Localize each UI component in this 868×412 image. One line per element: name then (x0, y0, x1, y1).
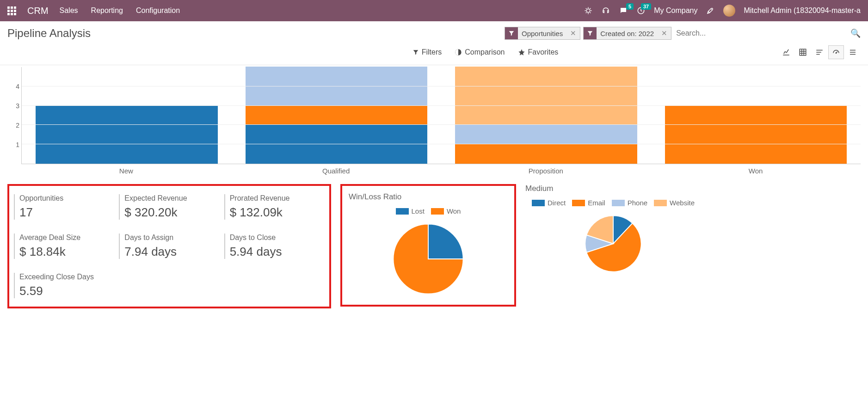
legend-label: Website (670, 199, 695, 207)
messages-icon[interactable]: 5 (619, 6, 628, 15)
bar-segment (36, 105, 218, 164)
stat-value: $ 18.84k (19, 245, 114, 259)
stat-cell: Exceeding Close Days5.59 (14, 273, 114, 298)
legend-item[interactable]: Direct (532, 199, 566, 207)
stat-value: 5.59 (19, 284, 114, 298)
stat-value: 7.94 days (124, 245, 219, 259)
stat-cell: Days to Close5.94 days (224, 234, 325, 259)
control-panel: Pipeline Analysis Opportunities ✕ Create… (0, 21, 868, 65)
legend-label: Direct (548, 199, 566, 207)
legend-swatch (654, 200, 667, 206)
legend-label: Phone (628, 199, 647, 207)
funnel-icon (584, 27, 597, 39)
stat-value: 5.94 days (230, 245, 325, 259)
activities-badge: 37 (641, 3, 651, 10)
bar-segment (455, 125, 637, 144)
legend-item[interactable]: Website (654, 199, 695, 207)
y-tick: 3 (16, 102, 19, 110)
user-name[interactable]: Mitchell Admin (18320094-master-a (744, 6, 861, 15)
bar-column[interactable] (232, 67, 442, 164)
bar-segment (455, 67, 637, 125)
winloss-title: Win/Loss Ratio (349, 192, 508, 202)
menu-reporting[interactable]: Reporting (91, 6, 123, 15)
x-label: Qualified (231, 164, 441, 175)
stat-label: Days to Close (230, 234, 325, 242)
legend-label: Lost (412, 207, 425, 215)
y-tick: 1 (16, 141, 19, 148)
company-name[interactable]: My Company (654, 6, 697, 15)
menu-configuration[interactable]: Configuration (136, 6, 180, 15)
y-tick: 4 (16, 83, 19, 90)
stat-cell: Prorated Revenue$ 132.09k (224, 194, 325, 220)
filter-buttons: Filters Comparison Favorites (412, 48, 559, 56)
messages-badge: 5 (626, 3, 634, 10)
favorites-label: Favorites (528, 48, 559, 56)
main-content: 1234 NewQualifiedPropositionWon Opportun… (0, 65, 868, 313)
bar-column[interactable] (22, 67, 232, 164)
legend-item[interactable]: Lost (396, 207, 425, 215)
brand[interactable]: CRM (27, 6, 49, 16)
favorites-button[interactable]: Favorites (518, 48, 559, 56)
bar-column[interactable] (651, 67, 861, 164)
svg-rect-3 (800, 49, 806, 55)
filters-label: Filters (422, 48, 442, 56)
funnel-icon (505, 27, 518, 39)
search-icon[interactable]: 🔍 (850, 28, 861, 38)
view-cohort[interactable] (812, 45, 827, 59)
legend-item[interactable]: Won (431, 207, 461, 215)
stat-label: Exceeding Close Days (19, 273, 114, 281)
view-pivot[interactable] (795, 45, 811, 59)
svg-point-4 (836, 53, 837, 54)
filter-chip-created: Created on: 2022 ✕ (583, 27, 671, 40)
winloss-box: Win/Loss Ratio LostWon (340, 184, 516, 307)
legend-item[interactable]: Email (572, 199, 605, 207)
winloss-pie (389, 220, 468, 298)
legend-swatch (431, 208, 444, 215)
chip-close[interactable]: ✕ (658, 27, 671, 39)
medium-pie (581, 211, 646, 276)
stat-cell: Expected Revenue$ 320.20k (119, 194, 219, 220)
search-input[interactable] (674, 27, 848, 39)
bar-chart: 1234 NewQualifiedPropositionWon (0, 65, 868, 179)
stat-cell: Average Deal Size$ 18.84k (14, 234, 114, 259)
medium-title: Medium (525, 184, 701, 193)
stats-box: Opportunities17Expected Revenue$ 320.20k… (7, 184, 331, 308)
chip-label: Created on: 2022 (597, 27, 658, 39)
view-dashboard[interactable] (828, 45, 844, 59)
apps-icon[interactable] (7, 6, 16, 15)
svg-point-0 (586, 9, 590, 12)
x-label: New (21, 164, 231, 175)
chip-label: Opportunities (518, 27, 566, 39)
pie-slice[interactable] (428, 224, 463, 259)
view-list[interactable] (845, 45, 861, 59)
bar-segment (665, 105, 847, 164)
filters-button[interactable]: Filters (412, 48, 442, 56)
legend-swatch (612, 200, 625, 206)
stat-value: 17 (19, 205, 114, 220)
view-graph[interactable] (778, 45, 794, 59)
top-nav: CRM Sales Reporting Configuration 5 37 M… (0, 0, 868, 21)
y-tick: 2 (16, 122, 19, 129)
stat-value: $ 132.09k (230, 205, 325, 220)
bar-segment (455, 144, 637, 164)
tools-icon[interactable] (706, 6, 715, 15)
comparison-label: Comparison (465, 48, 505, 56)
stat-cell: Opportunities17 (14, 194, 114, 220)
avatar[interactable] (723, 5, 735, 17)
search-area: Opportunities ✕ Created on: 2022 ✕ 🔍 (505, 27, 861, 40)
legend-item[interactable]: Phone (612, 199, 647, 207)
filter-chip-opportunities: Opportunities ✕ (505, 27, 580, 40)
debug-icon[interactable] (584, 6, 593, 15)
comparison-button[interactable]: Comparison (455, 48, 505, 56)
stat-value: $ 320.20k (124, 205, 219, 220)
legend-swatch (396, 208, 409, 215)
legend-swatch (572, 200, 585, 206)
bar-segment (246, 105, 428, 125)
bar-column[interactable] (441, 67, 651, 164)
activities-icon[interactable]: 37 (636, 6, 646, 15)
menu-sales[interactable]: Sales (60, 6, 78, 15)
x-label: Won (651, 164, 861, 175)
stat-cell: Days to Assign7.94 days (119, 234, 219, 259)
support-icon[interactable] (601, 6, 610, 15)
chip-close[interactable]: ✕ (566, 27, 580, 39)
